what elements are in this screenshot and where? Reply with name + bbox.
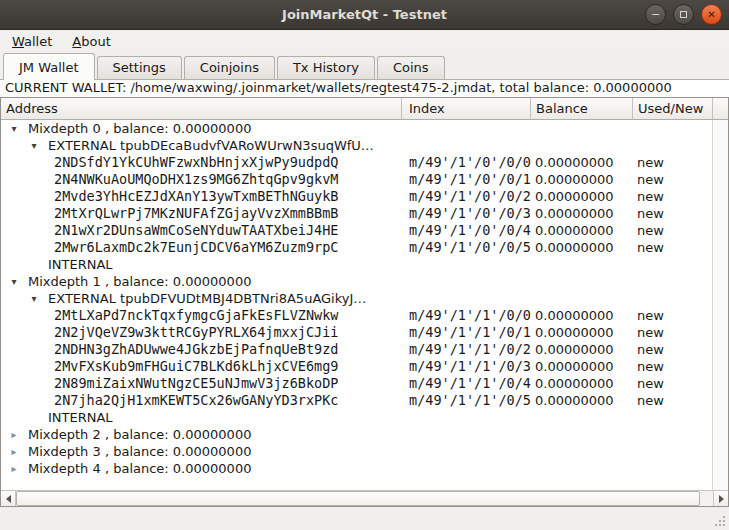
- column-header-address[interactable]: Address: [1, 98, 402, 119]
- address-cell: ▾ EXTERNAL tpubDEcaBudvfVARoWUrwN3suqWfU…: [1, 137, 402, 154]
- column-header-used-new[interactable]: Used/New: [633, 98, 713, 119]
- expand-arrow-icon[interactable]: ▾: [27, 290, 41, 307]
- close-icon[interactable]: ✕: [701, 4, 722, 25]
- tree-row[interactable]: INTERNAL: [1, 256, 712, 273]
- expand-arrow-icon[interactable]: ▾: [7, 273, 21, 290]
- used-new-cell: [633, 409, 712, 426]
- tree-row[interactable]: 2N4NWKuAoUMQoDHX1zs9MG6ZhtqGpv9gkvM m/49…: [1, 171, 712, 188]
- balance-cell: [531, 290, 633, 307]
- menu-about[interactable]: About: [62, 32, 120, 51]
- column-header-balance[interactable]: Balance: [531, 98, 633, 119]
- tab-settings[interactable]: Settings: [97, 56, 182, 79]
- column-header-index[interactable]: Index: [402, 98, 531, 119]
- index-cell: m/49'/1'/0'/0/4: [402, 222, 531, 239]
- expand-arrow-icon[interactable]: ▸: [7, 443, 21, 460]
- index-cell: [402, 426, 531, 443]
- tree-row[interactable]: 2N1wXr2DUnsaWmCoSeNYduwTAATXbeiJ4HE m/49…: [1, 222, 712, 239]
- used-new-cell: new: [633, 222, 712, 239]
- expand-arrow-icon[interactable]: ▾: [27, 137, 41, 154]
- address-cell: 2Mwr6LaxmDc2k7EunjCDCV6aYM6Zuzm9rpC: [1, 239, 402, 256]
- used-new-cell: [633, 137, 712, 154]
- tree-row[interactable]: 2NDHN3gZhADUwwe4JGkzbEjPafnqUeBt9zd m/49…: [1, 341, 712, 358]
- used-new-cell: new: [633, 358, 712, 375]
- index-cell: m/49'/1'/1'/0/0: [402, 307, 531, 324]
- address-cell: ▸ Mixdepth 2 , balance: 0.00000000: [1, 426, 402, 443]
- row-label: 2MtLXaPd7nckTqxfymgcGjaFkEsFLVZNwkw: [54, 307, 338, 323]
- expand-arrow-icon[interactable]: ▸: [7, 460, 21, 477]
- used-new-cell: new: [633, 205, 712, 222]
- row-label: 2NDSfdY1YkCUhWFzwxNbHnjxXjwPy9udpdQ: [54, 154, 338, 170]
- row-label: 2Mvde3YhHcEZJdXAnY13ywTxmBEThNGuykB: [54, 188, 338, 204]
- expand-arrow-icon[interactable]: ▾: [7, 120, 21, 137]
- address-cell: 2N4NWKuAoUMQoDHX1zs9MG6ZhtqGpv9gkvM: [1, 171, 402, 188]
- tree-row[interactable]: 2N89miZaixNWutNgzCE5uNJmwV3jz6BkoDP m/49…: [1, 375, 712, 392]
- row-label: Mixdepth 1 , balance: 0.00000000: [28, 274, 251, 289]
- horizontal-scrollbar-thumb[interactable]: [16, 491, 700, 506]
- tab-coinjoins[interactable]: Coinjoins: [184, 56, 275, 79]
- index-cell: m/49'/1'/0'/0/3: [402, 205, 531, 222]
- used-new-cell: new: [633, 392, 712, 409]
- tree-row[interactable]: ▾ Mixdepth 0 , balance: 0.00000000: [1, 120, 712, 137]
- balance-cell: [531, 256, 633, 273]
- tree-row[interactable]: 2Mvde3YhHcEZJdXAnY13ywTxmBEThNGuykB m/49…: [1, 188, 712, 205]
- tree-row[interactable]: 2Mwr6LaxmDc2k7EunjCDCV6aYM6Zuzm9rpC m/49…: [1, 239, 712, 256]
- tree-row[interactable]: ▸ Mixdepth 2 , balance: 0.00000000: [1, 426, 712, 443]
- tree-header: Address Index Balance Used/New: [1, 98, 728, 120]
- menu-wallet[interactable]: Wallet: [2, 32, 62, 51]
- row-label: 2N7jha2QjH1xmKEWT5Cx26wGANyYD3rxPKc: [54, 392, 338, 408]
- maximize-icon[interactable]: [673, 4, 694, 25]
- menubar: Wallet About: [0, 30, 729, 52]
- resize-grip[interactable]: [714, 515, 725, 526]
- minimize-icon[interactable]: −: [645, 4, 666, 25]
- tree-row[interactable]: 2MtLXaPd7nckTqxfymgcGjaFkEsFLVZNwkw m/49…: [1, 307, 712, 324]
- expand-arrow-icon[interactable]: ▸: [7, 426, 21, 443]
- tree-row[interactable]: 2MtXrQLwrPj7MKzNUFAfZGjayVvzXmmBBmB m/49…: [1, 205, 712, 222]
- window-title: JoinMarketQt - Testnet: [282, 7, 447, 22]
- tab-tx-history[interactable]: Tx History: [277, 56, 375, 79]
- balance-cell: 0.00000000: [531, 392, 633, 409]
- tree-row[interactable]: 2N7jha2QjH1xmKEWT5Cx26wGANyYD3rxPKc m/49…: [1, 392, 712, 409]
- used-new-cell: [633, 443, 712, 460]
- index-cell: [402, 137, 531, 154]
- wallet-tree: Address Index Balance Used/New ▾ Mixdept…: [0, 97, 729, 507]
- index-cell: m/49'/1'/0'/0/0: [402, 154, 531, 171]
- used-new-cell: [633, 273, 712, 290]
- tree-row[interactable]: ▸ Mixdepth 3 , balance: 0.00000000: [1, 443, 712, 460]
- tree-row[interactable]: 2N2jVQeVZ9w3kttRCGyPYRLX64jmxxjCJii m/49…: [1, 324, 712, 341]
- address-cell: 2MtLXaPd7nckTqxfymgcGjaFkEsFLVZNwkw: [1, 307, 402, 324]
- balance-cell: [531, 273, 633, 290]
- address-cell: ▾ Mixdepth 1 , balance: 0.00000000: [1, 273, 402, 290]
- index-cell: m/49'/1'/1'/0/4: [402, 375, 531, 392]
- index-cell: m/49'/1'/0'/0/1: [402, 171, 531, 188]
- column-header-filler: [713, 98, 728, 119]
- index-cell: [402, 290, 531, 307]
- tab-jm-wallet[interactable]: JM Wallet: [3, 53, 95, 80]
- tree-row[interactable]: 2NDSfdY1YkCUhWFzwxNbHnjxXjwPy9udpdQ m/49…: [1, 154, 712, 171]
- row-label: EXTERNAL tpubDFVUDtMBJ4DBTNri8A5uAGikyJ…: [48, 291, 366, 306]
- tree-row[interactable]: ▸ Mixdepth 4 , balance: 0.00000000: [1, 460, 712, 477]
- index-cell: m/49'/1'/1'/0/2: [402, 341, 531, 358]
- scroll-left-arrow-icon[interactable]: [1, 491, 16, 506]
- scroll-right-arrow-icon[interactable]: [713, 491, 728, 506]
- tree-row[interactable]: 2MvFXsKub9mFHGuiC7BLKd6kLhjxCVE6mg9 m/49…: [1, 358, 712, 375]
- balance-cell: 0.00000000: [531, 188, 633, 205]
- row-label: EXTERNAL tpubDEcaBudvfVARoWUrwN3suqWfU…: [48, 138, 374, 153]
- tree-row[interactable]: ▾ EXTERNAL tpubDEcaBudvfVARoWUrwN3suqWfU…: [1, 137, 712, 154]
- row-label: 2N2jVQeVZ9w3kttRCGyPYRLX64jmxxjCJii: [54, 324, 338, 340]
- tab-bar: JM Wallet Settings Coinjoins Tx History …: [0, 52, 729, 80]
- row-label: Mixdepth 4 , balance: 0.00000000: [28, 461, 251, 476]
- address-cell: INTERNAL: [1, 409, 402, 426]
- tree-row[interactable]: INTERNAL: [1, 409, 712, 426]
- address-cell: 2N89miZaixNWutNgzCE5uNJmwV3jz6BkoDP: [1, 375, 402, 392]
- tree-row[interactable]: ▾ EXTERNAL tpubDFVUDtMBJ4DBTNri8A5uAGiky…: [1, 290, 712, 307]
- balance-cell: 0.00000000: [531, 222, 633, 239]
- tree-row[interactable]: ▾ Mixdepth 1 , balance: 0.00000000: [1, 273, 712, 290]
- vertical-scrollbar[interactable]: [712, 120, 728, 490]
- tab-coins[interactable]: Coins: [377, 56, 445, 79]
- balance-cell: 0.00000000: [531, 154, 633, 171]
- used-new-cell: [633, 460, 712, 477]
- row-label: 2NDHN3gZhADUwwe4JGkzbEjPafnqUeBt9zd: [54, 341, 338, 357]
- used-new-cell: [633, 426, 712, 443]
- horizontal-scrollbar[interactable]: [1, 490, 728, 506]
- row-label: INTERNAL: [48, 410, 113, 425]
